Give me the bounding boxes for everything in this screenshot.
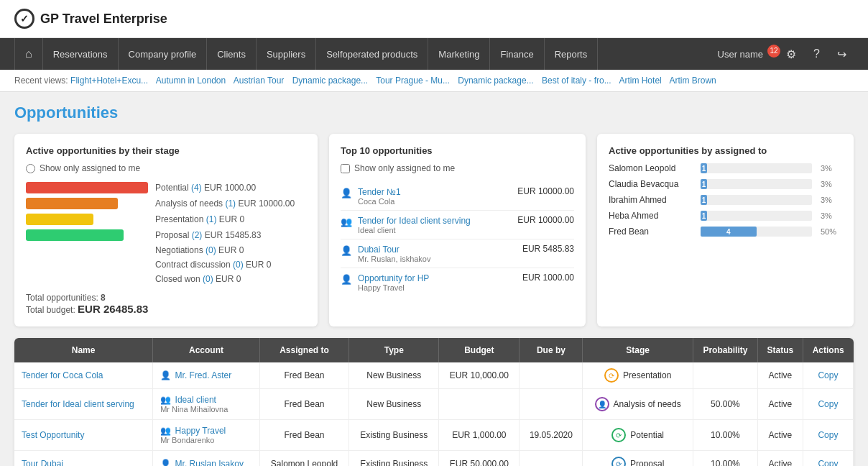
row1-name-link[interactable]: Tender for Ideal client serving <box>22 399 134 409</box>
row1-probability: 50.00% <box>693 389 757 420</box>
assigned-row-0: Salomon Leopold 1 3% <box>609 163 842 173</box>
stage-label-3: Proposal (2) EUR 15485.83 <box>155 230 261 240</box>
row3-name-link[interactable]: Tour Dubai <box>22 459 63 466</box>
recent-link-1[interactable]: Autumn in London <box>156 76 226 86</box>
col-budget: Budget <box>439 338 520 362</box>
recent-link-4[interactable]: Tour Prague - Mu... <box>376 76 450 86</box>
row1-account-link[interactable]: Ideal client <box>175 395 216 405</box>
table-row: Tender for Ideal client serving 👥 Ideal … <box>14 389 854 420</box>
notifications-button[interactable]: User name 12 <box>718 49 777 60</box>
nav-home[interactable]: ⌂ <box>14 38 43 70</box>
top10-assigned-checkbox[interactable] <box>341 164 350 173</box>
recent-link-2[interactable]: Austrian Tour <box>234 76 284 86</box>
stage-bar-3 <box>26 229 124 241</box>
top10-show-assigned: Show only assigned to me <box>341 163 574 173</box>
row0-copy-link[interactable]: Copy <box>818 370 838 380</box>
stage-row-1: Analysis of needs (1) EUR 10000.00 <box>26 198 306 209</box>
assigned-pct-2: 3% <box>821 196 842 204</box>
recent-link-5[interactable]: Dynamic package... <box>458 76 533 86</box>
row0-due-by <box>520 362 583 389</box>
logout-button[interactable]: ↪ <box>830 38 854 70</box>
recent-link-3[interactable]: Dynamic package... <box>292 76 368 86</box>
top10-link-3[interactable]: Opportunity for HP <box>358 273 429 283</box>
stage-row-4: Negotiations (0) EUR 0 <box>26 245 306 255</box>
row0-assigned: Fred Bean <box>259 362 348 389</box>
row3-stage-icon: ⟳ <box>611 457 626 466</box>
nav-selfoperated[interactable]: Selfoperated products <box>316 38 428 70</box>
row2-due-by: 19.05.2020 <box>520 420 583 451</box>
recent-link-0[interactable]: Flight+Hotel+Excu... <box>70 76 148 86</box>
assigned-bar-2: 1 <box>701 195 707 205</box>
assigned-row-2: Ibrahim Ahmed 1 3% <box>609 195 842 205</box>
top10-link-1[interactable]: Tender for Ideal client serving <box>358 216 471 226</box>
row2-copy-link[interactable]: Copy <box>818 430 838 440</box>
row1-copy-link[interactable]: Copy <box>818 399 838 409</box>
nav-finance[interactable]: Finance <box>490 38 544 70</box>
assigned-name-3: Heba Ahmed <box>609 211 695 221</box>
recent-link-8[interactable]: Artim Brown <box>669 76 716 86</box>
top10-link-0[interactable]: Tender №1 <box>358 187 401 197</box>
row2-probability: 10.00% <box>693 420 757 451</box>
assigned-pct-3: 3% <box>821 211 842 220</box>
row1-stage-cell: 👤 Analysis of needs <box>590 397 685 411</box>
row2-account-link[interactable]: Happy Travel <box>175 426 226 436</box>
row3-account-link[interactable]: Mr. Ruslan Isakov <box>175 459 244 466</box>
assigned-bar-wrap-3: 1 <box>701 211 812 221</box>
stage-label-6: Closed won (0) EUR 0 <box>155 274 241 284</box>
opportunities-table-wrap: Name Account Assigned to Type Budget Due… <box>14 338 854 466</box>
row1-budget <box>439 389 520 420</box>
nav-reports[interactable]: Reports <box>545 38 599 70</box>
assigned-pct-0: 3% <box>821 164 842 173</box>
top10-person-icon-2: 👤 <box>341 245 354 258</box>
top10-person-icon-0: 👤 <box>341 188 354 201</box>
top10-link-2[interactable]: Dubai Tour <box>358 245 400 255</box>
nav-marketing[interactable]: Marketing <box>428 38 490 70</box>
assigned-bar-wrap-0: 1 <box>701 163 812 173</box>
row3-due-by <box>520 451 583 467</box>
col-probability: Probability <box>693 338 757 362</box>
total-budget-value: EUR 26485.83 <box>78 303 148 315</box>
top10-assigned-label: Show only assigned to me <box>354 163 455 173</box>
top10-item-2: 👤 Dubai Tour Mr. Ruslan, iskhakov EUR 54… <box>341 239 574 268</box>
main-content: Opportunities Active opportunities by th… <box>0 92 868 466</box>
recent-link-7[interactable]: Artim Hotel <box>619 76 661 86</box>
assigned-row-1: Claudia Bevacqua 1 3% <box>609 179 842 189</box>
stage-label-4: Negotiations (0) EUR 0 <box>155 245 244 255</box>
stage-show-assigned: Show only assigned to me <box>26 163 306 173</box>
opportunities-table: Name Account Assigned to Type Budget Due… <box>14 338 854 466</box>
row3-copy-link[interactable]: Copy <box>818 459 838 466</box>
assigned-name-2: Ibrahim Ahmed <box>609 195 695 205</box>
assigned-name-0: Salomon Leopold <box>609 163 695 173</box>
username-label: User name <box>718 49 764 60</box>
stage-assigned-radio[interactable] <box>26 164 35 173</box>
stage-label-5: Contract discussion (0) EUR 0 <box>155 260 271 270</box>
row3-assigned: Salomon Leopold <box>259 451 348 467</box>
top10-group-icon-1: 👥 <box>341 216 354 229</box>
assigned-name-1: Claudia Bevacqua <box>609 179 695 189</box>
stage-card: Active opportunities by their stage Show… <box>14 134 318 326</box>
row0-account-link[interactable]: Mr. Fred. Aster <box>175 370 232 380</box>
assigned-count-3: 1 <box>702 212 706 220</box>
nav-company-profile[interactable]: Company profile <box>119 38 208 70</box>
assigned-row-4: Fred Bean 4 50% <box>609 227 842 237</box>
row2-stage-cell: ⟳ Potential <box>590 428 685 442</box>
row0-status: Active <box>758 362 803 389</box>
recent-link-6[interactable]: Best of italy - fro... <box>542 76 611 86</box>
assigned-bar-0: 1 <box>701 163 707 173</box>
help-button[interactable]: ? <box>806 38 827 70</box>
main-nav: ⌂ Reservations Company profile Clients S… <box>0 38 868 70</box>
assigned-count-2: 1 <box>702 196 706 204</box>
row2-account-sub: Mr Bondarenko <box>160 436 252 444</box>
top10-sub-3: Happy Travel <box>358 283 517 292</box>
nav-reservations[interactable]: Reservations <box>43 38 119 70</box>
total-budget-label: Total budget: <box>26 305 75 315</box>
stage-bar-0 <box>26 182 148 193</box>
row2-name-link[interactable]: Test Opportunity <box>22 430 84 440</box>
top10-amount-1: EUR 10000.00 <box>517 215 574 225</box>
settings-button[interactable]: ⚙ <box>779 38 803 70</box>
nav-suppliers[interactable]: Suppliers <box>257 38 316 70</box>
top10-item-0: 👤 Tender №1 Coca Cola EUR 10000.00 <box>341 182 574 211</box>
row0-name-link[interactable]: Tender for Coca Cola <box>22 370 103 380</box>
row0-stage-icon: ⟳ <box>604 368 619 383</box>
nav-clients[interactable]: Clients <box>207 38 257 70</box>
